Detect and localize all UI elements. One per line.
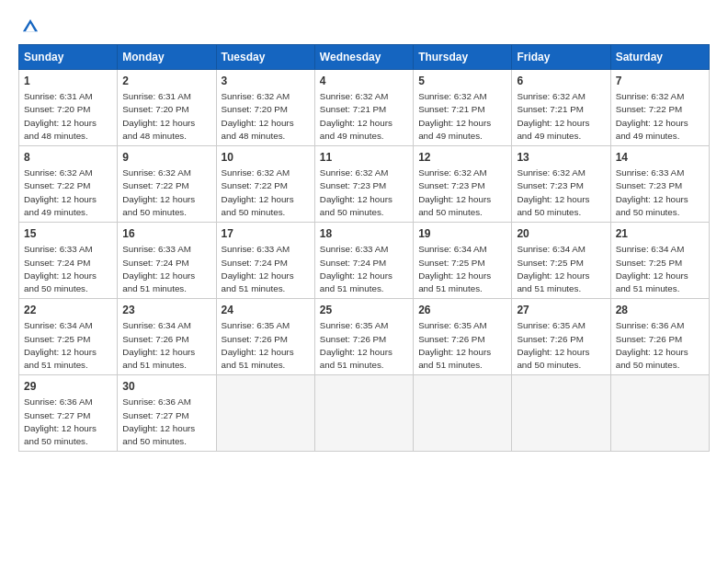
day-info: Sunrise: 6:33 AMSunset: 7:24 PMDaylight:… — [222, 244, 294, 293]
calendar-day-cell: 2Sunrise: 6:31 AMSunset: 7:20 PMDaylight… — [118, 70, 216, 146]
day-info: Sunrise: 6:35 AMSunset: 7:26 PMDaylight:… — [418, 320, 491, 370]
calendar-day-cell: 21Sunrise: 6:34 AMSunset: 7:25 PMDayligh… — [610, 223, 709, 299]
day-info: Sunrise: 6:31 AMSunset: 7:20 PMDaylight:… — [122, 91, 195, 141]
day-number: 4 — [320, 74, 408, 88]
day-info: Sunrise: 6:36 AMSunset: 7:26 PMDaylight:… — [616, 320, 688, 370]
logo-icon — [20, 17, 40, 37]
day-info: Sunrise: 6:32 AMSunset: 7:21 PMDaylight:… — [418, 91, 491, 141]
day-number: 28 — [616, 303, 704, 317]
header — [18, 17, 710, 37]
day-info: Sunrise: 6:32 AMSunset: 7:22 PMDaylight:… — [24, 167, 97, 217]
day-number: 17 — [222, 226, 310, 241]
day-number: 24 — [222, 303, 310, 317]
day-number: 29 — [24, 379, 112, 394]
day-number: 7 — [616, 74, 704, 88]
calendar-day-cell: 8Sunrise: 6:32 AMSunset: 7:22 PMDaylight… — [19, 146, 118, 223]
weekday-header-thursday: Thursday — [414, 45, 512, 70]
day-number: 12 — [418, 150, 506, 165]
calendar-day-cell: 1Sunrise: 6:31 AMSunset: 7:20 PMDaylight… — [19, 70, 118, 146]
calendar-day-cell: 12Sunrise: 6:32 AMSunset: 7:23 PMDayligh… — [414, 146, 512, 223]
calendar-day-cell: 4Sunrise: 6:32 AMSunset: 7:21 PMDaylight… — [314, 70, 413, 146]
weekday-header-wednesday: Wednesday — [314, 45, 413, 70]
day-number: 11 — [320, 150, 408, 165]
calendar-day-cell: 30Sunrise: 6:36 AMSunset: 7:27 PMDayligh… — [118, 375, 216, 452]
calendar-day-cell: 13Sunrise: 6:32 AMSunset: 7:23 PMDayligh… — [512, 146, 610, 223]
calendar-day-cell: 16Sunrise: 6:33 AMSunset: 7:24 PMDayligh… — [118, 223, 216, 299]
day-number: 20 — [517, 226, 605, 241]
day-number: 30 — [122, 379, 210, 394]
day-number: 15 — [24, 226, 112, 241]
day-number: 8 — [24, 150, 112, 165]
calendar-day-cell: 18Sunrise: 6:33 AMSunset: 7:24 PMDayligh… — [314, 223, 413, 299]
day-info: Sunrise: 6:31 AMSunset: 7:20 PMDaylight:… — [24, 91, 97, 141]
day-number: 19 — [418, 226, 506, 241]
calendar-day-cell: 10Sunrise: 6:32 AMSunset: 7:22 PMDayligh… — [216, 146, 314, 223]
calendar-day-cell: 28Sunrise: 6:36 AMSunset: 7:26 PMDayligh… — [610, 299, 709, 375]
weekday-header-row: SundayMondayTuesdayWednesdayThursdayFrid… — [19, 45, 710, 70]
day-number: 21 — [616, 226, 704, 241]
day-number: 26 — [418, 303, 506, 317]
day-info: Sunrise: 6:33 AMSunset: 7:24 PMDaylight:… — [320, 244, 392, 293]
calendar-day-cell: 19Sunrise: 6:34 AMSunset: 7:25 PMDayligh… — [414, 223, 512, 299]
day-info: Sunrise: 6:32 AMSunset: 7:20 PMDaylight:… — [222, 91, 294, 141]
calendar-day-cell: 6Sunrise: 6:32 AMSunset: 7:21 PMDaylight… — [512, 70, 610, 146]
day-number: 6 — [517, 74, 605, 88]
calendar-week-row: 8Sunrise: 6:32 AMSunset: 7:22 PMDaylight… — [19, 146, 710, 223]
day-info: Sunrise: 6:33 AMSunset: 7:24 PMDaylight:… — [122, 244, 195, 293]
calendar-day-cell: 23Sunrise: 6:34 AMSunset: 7:26 PMDayligh… — [118, 299, 216, 375]
calendar-week-row: 15Sunrise: 6:33 AMSunset: 7:24 PMDayligh… — [19, 223, 710, 299]
day-info: Sunrise: 6:35 AMSunset: 7:26 PMDaylight:… — [222, 320, 294, 370]
day-number: 5 — [418, 74, 506, 88]
day-info: Sunrise: 6:34 AMSunset: 7:25 PMDaylight:… — [517, 244, 589, 293]
calendar-day-cell — [216, 375, 314, 452]
day-number: 22 — [24, 303, 112, 317]
weekday-header-friday: Friday — [512, 45, 610, 70]
weekday-header-saturday: Saturday — [610, 45, 709, 70]
calendar-day-cell: 7Sunrise: 6:32 AMSunset: 7:22 PMDaylight… — [610, 70, 709, 146]
calendar-day-cell: 25Sunrise: 6:35 AMSunset: 7:26 PMDayligh… — [314, 299, 413, 375]
calendar-day-cell — [512, 375, 610, 452]
day-info: Sunrise: 6:32 AMSunset: 7:22 PMDaylight:… — [222, 167, 294, 217]
calendar-day-cell: 27Sunrise: 6:35 AMSunset: 7:26 PMDayligh… — [512, 299, 610, 375]
calendar-day-cell — [610, 375, 709, 452]
calendar-day-cell: 3Sunrise: 6:32 AMSunset: 7:20 PMDaylight… — [216, 70, 314, 146]
calendar-day-cell: 22Sunrise: 6:34 AMSunset: 7:25 PMDayligh… — [19, 299, 118, 375]
day-info: Sunrise: 6:32 AMSunset: 7:23 PMDaylight:… — [320, 167, 392, 217]
calendar-day-cell: 9Sunrise: 6:32 AMSunset: 7:22 PMDaylight… — [118, 146, 216, 223]
day-info: Sunrise: 6:33 AMSunset: 7:23 PMDaylight:… — [616, 167, 688, 217]
calendar-day-cell: 26Sunrise: 6:35 AMSunset: 7:26 PMDayligh… — [414, 299, 512, 375]
day-info: Sunrise: 6:32 AMSunset: 7:22 PMDaylight:… — [122, 167, 195, 217]
day-info: Sunrise: 6:34 AMSunset: 7:25 PMDaylight:… — [24, 320, 97, 370]
day-info: Sunrise: 6:33 AMSunset: 7:24 PMDaylight:… — [24, 244, 97, 293]
day-info: Sunrise: 6:32 AMSunset: 7:23 PMDaylight:… — [418, 167, 491, 217]
day-number: 16 — [122, 226, 210, 241]
day-number: 1 — [24, 74, 112, 88]
calendar-day-cell: 5Sunrise: 6:32 AMSunset: 7:21 PMDaylight… — [414, 70, 512, 146]
weekday-header-tuesday: Tuesday — [216, 45, 314, 70]
day-info: Sunrise: 6:32 AMSunset: 7:23 PMDaylight:… — [517, 167, 589, 217]
day-number: 23 — [122, 303, 210, 317]
day-number: 3 — [222, 74, 310, 88]
day-number: 18 — [320, 226, 408, 241]
day-info: Sunrise: 6:36 AMSunset: 7:27 PMDaylight:… — [122, 396, 195, 446]
weekday-header-monday: Monday — [118, 45, 216, 70]
day-info: Sunrise: 6:35 AMSunset: 7:26 PMDaylight:… — [320, 320, 392, 370]
day-number: 27 — [517, 303, 605, 317]
calendar-day-cell: 24Sunrise: 6:35 AMSunset: 7:26 PMDayligh… — [216, 299, 314, 375]
calendar-day-cell: 29Sunrise: 6:36 AMSunset: 7:27 PMDayligh… — [19, 375, 118, 452]
day-info: Sunrise: 6:34 AMSunset: 7:25 PMDaylight:… — [418, 244, 491, 293]
day-info: Sunrise: 6:32 AMSunset: 7:21 PMDaylight:… — [517, 91, 589, 141]
calendar-day-cell: 20Sunrise: 6:34 AMSunset: 7:25 PMDayligh… — [512, 223, 610, 299]
calendar-day-cell: 11Sunrise: 6:32 AMSunset: 7:23 PMDayligh… — [314, 146, 413, 223]
day-number: 9 — [122, 150, 210, 165]
calendar-week-row: 22Sunrise: 6:34 AMSunset: 7:25 PMDayligh… — [19, 299, 710, 375]
day-number: 10 — [222, 150, 310, 165]
day-number: 14 — [616, 150, 704, 165]
day-number: 2 — [122, 74, 210, 88]
day-number: 13 — [517, 150, 605, 165]
calendar-day-cell: 15Sunrise: 6:33 AMSunset: 7:24 PMDayligh… — [19, 223, 118, 299]
calendar-day-cell: 14Sunrise: 6:33 AMSunset: 7:23 PMDayligh… — [610, 146, 709, 223]
logo — [18, 17, 42, 37]
calendar-week-row: 29Sunrise: 6:36 AMSunset: 7:27 PMDayligh… — [19, 375, 710, 452]
day-info: Sunrise: 6:34 AMSunset: 7:25 PMDaylight:… — [616, 244, 688, 293]
